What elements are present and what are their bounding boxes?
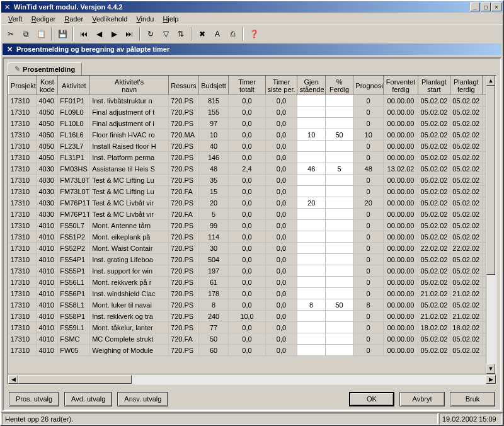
cell[interactable] xyxy=(325,141,353,152)
col-header[interactable]: Planlagtstart xyxy=(418,76,450,95)
table-row[interactable]: 173104010FS59L1Mont. tåkelur, lanter720.… xyxy=(9,322,496,333)
cell[interactable]: 8 xyxy=(297,299,325,311)
cell[interactable] xyxy=(325,152,353,163)
table-row[interactable]: 173104030FM76P1TTest & MC Livbåt vir720.… xyxy=(9,197,496,209)
cell[interactable] xyxy=(297,106,325,118)
cell[interactable] xyxy=(297,141,325,152)
cell[interactable]: 46 xyxy=(297,163,325,175)
col-header[interactable]: Kostkode xyxy=(37,76,58,95)
table-row[interactable]: 173104010FS54P1Inst. grating Lifeboa720.… xyxy=(9,254,496,265)
help-icon[interactable]: ❓ xyxy=(247,27,261,41)
table-row[interactable]: 173104010FS56L1Mont. rekkverk på r720.PS… xyxy=(9,277,496,288)
last-icon[interactable]: ⏭ xyxy=(122,27,136,41)
table-row[interactable]: 173104010FW05Weighing of Module720.PS600… xyxy=(9,345,496,356)
save-icon[interactable]: 💾 xyxy=(55,27,69,41)
avd-utvalg-button[interactable]: Avd. utvalg xyxy=(64,392,112,406)
scroll-down-icon[interactable]: ▼ xyxy=(486,364,495,374)
cell[interactable] xyxy=(325,265,353,277)
cell[interactable] xyxy=(297,118,325,129)
ok-button[interactable]: OK xyxy=(349,392,394,406)
cell[interactable]: 5 xyxy=(325,163,353,175)
menu-vindu[interactable]: Vindu xyxy=(132,14,158,24)
col-header[interactable]: Prognose xyxy=(353,76,384,95)
prev-icon[interactable]: ◀ xyxy=(92,27,106,41)
menu-vedlikehold[interactable]: Vedlikehold xyxy=(88,14,132,24)
cell[interactable] xyxy=(325,175,353,186)
cell[interactable]: 50 xyxy=(325,129,353,141)
col-header[interactable]: Aktivitet'snavn xyxy=(90,76,169,95)
menu-rader[interactable]: Rader xyxy=(60,14,88,24)
next-icon[interactable]: ▶ xyxy=(107,27,121,41)
refresh-icon[interactable]: ↻ xyxy=(144,27,158,41)
cell[interactable] xyxy=(325,220,353,231)
cell[interactable] xyxy=(297,175,325,186)
col-header[interactable]: Timersiste per. xyxy=(265,76,297,95)
col-header[interactable]: Planlagtferdig xyxy=(450,76,482,95)
cell[interactable] xyxy=(297,152,325,163)
col-header[interactable]: Timertotalt xyxy=(229,76,265,95)
cut-icon[interactable]: ✂ xyxy=(4,27,18,41)
table-row[interactable]: 173104050FL16L6Floor finish HVAC ro720.M… xyxy=(9,129,496,141)
cell[interactable] xyxy=(325,333,353,345)
cell[interactable] xyxy=(297,254,325,265)
col-header[interactable]: Forventetferdig xyxy=(384,76,418,95)
scroll-right-icon[interactable]: ▶ xyxy=(486,375,496,384)
cell[interactable] xyxy=(297,322,325,333)
cell[interactable] xyxy=(325,277,353,288)
table-row[interactable]: 173104030FM03HSAssistanse til Heis S720.… xyxy=(9,163,496,175)
cell[interactable] xyxy=(325,95,353,106)
first-icon[interactable]: ⏮ xyxy=(77,27,91,41)
cell[interactable] xyxy=(297,277,325,288)
cell[interactable] xyxy=(325,243,353,254)
ansv-utvalg-button[interactable]: Ansv. utvalg xyxy=(117,392,168,406)
table-row[interactable]: 173104010FSMCMC Complete strukt720.FA500… xyxy=(9,333,496,345)
cell[interactable] xyxy=(297,95,325,106)
table-row[interactable]: 173104010FS51P2Mont. eikeplank på720.PS1… xyxy=(9,231,496,243)
table-row[interactable]: 173104030FM73L0TTest & MC Lifting Lu720.… xyxy=(9,175,496,186)
cell[interactable] xyxy=(325,186,353,197)
table-row[interactable]: 173104010FS50L7Mont. Antenne tårn720.PS9… xyxy=(9,220,496,231)
cell[interactable] xyxy=(325,209,353,220)
scroll-up-icon[interactable]: ▲ xyxy=(486,76,495,86)
tab-prosentmelding[interactable]: ✎ Prosentmelding xyxy=(8,62,82,75)
table-row[interactable]: 173104010FS56P1Inst. windshield Clac720.… xyxy=(9,288,496,299)
print-icon[interactable]: ⎙ xyxy=(226,27,239,41)
table-row[interactable]: 173104040FF01P1Inst. livbåtstruktur n720… xyxy=(9,95,496,106)
cell[interactable]: 10 xyxy=(297,129,325,141)
cell[interactable] xyxy=(297,288,325,299)
cell[interactable]: 20 xyxy=(297,197,325,209)
close-button[interactable]: ✕ xyxy=(491,3,501,11)
cell[interactable] xyxy=(325,231,353,243)
table-row[interactable]: 173104050FL23L7Install Raised floor H720… xyxy=(9,141,496,152)
cell[interactable] xyxy=(297,345,325,356)
filter-icon[interactable]: ▽ xyxy=(159,27,173,41)
sort-icon[interactable]: ⇅ xyxy=(174,27,188,41)
table-row[interactable]: 173104010FS58L1Mont. luker til navai720.… xyxy=(9,299,496,311)
scroll-left-icon[interactable]: ◀ xyxy=(8,375,18,384)
col-header[interactable]: Gjenstående xyxy=(297,76,325,95)
vertical-scrollbar[interactable]: ▲ ▼ xyxy=(486,76,496,374)
col-header[interactable]: Budsjett xyxy=(198,76,229,95)
cell[interactable] xyxy=(297,231,325,243)
menu-hjelp[interactable]: Hjelp xyxy=(158,14,183,24)
copy-icon[interactable]: ⧉ xyxy=(19,27,33,41)
col-header[interactable]: Prosjekt xyxy=(9,76,37,95)
cell[interactable] xyxy=(325,288,353,299)
scroll-thumb-h[interactable] xyxy=(18,375,132,384)
cell[interactable] xyxy=(297,209,325,220)
cell[interactable] xyxy=(325,197,353,209)
paste-icon[interactable]: 📋 xyxy=(34,27,48,41)
cell[interactable] xyxy=(325,118,353,129)
bruk-button[interactable]: Bruk xyxy=(450,392,495,406)
cell[interactable] xyxy=(297,186,325,197)
table-row[interactable]: 173104030FM76P1TTest & MC Livbåt vir720.… xyxy=(9,209,496,220)
table-row[interactable]: 173104050FL10L0Final adjustment of i720.… xyxy=(9,118,496,129)
avbryt-button[interactable]: Avbryt xyxy=(399,392,445,406)
table-row[interactable]: 173104010FS55P1Inst. support for win720.… xyxy=(9,265,496,277)
minimize-button[interactable]: _ xyxy=(470,3,480,11)
cell[interactable] xyxy=(297,220,325,231)
maximize-button[interactable]: □ xyxy=(481,3,491,11)
cell[interactable] xyxy=(325,106,353,118)
delete-icon[interactable]: ✖ xyxy=(195,27,209,41)
horizontal-scrollbar[interactable]: ◀ ▶ xyxy=(8,374,496,384)
